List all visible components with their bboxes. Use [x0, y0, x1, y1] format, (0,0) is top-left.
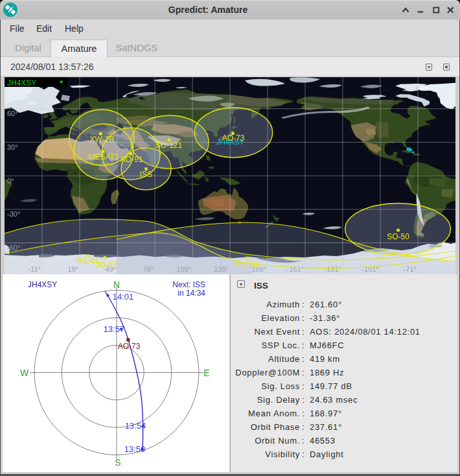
svg-text:14:01: 14:01 [113, 292, 134, 302]
svg-text:JH4XSY: JH4XSY [28, 280, 57, 289]
svg-text:13:57: 13:57 [104, 324, 125, 334]
svg-text:W: W [20, 368, 29, 378]
svg-text:E: E [203, 368, 209, 378]
svg-text:AO-73: AO-73 [118, 342, 141, 351]
svg-text:S: S [115, 457, 121, 468]
svg-text:13:50: 13:50 [124, 444, 146, 454]
svg-text:N: N [113, 280, 120, 290]
svg-text:Next: ISS: Next: ISS [172, 280, 205, 289]
svg-text:13:54: 13:54 [125, 421, 146, 431]
svg-text:in 14:34: in 14:34 [178, 289, 205, 298]
